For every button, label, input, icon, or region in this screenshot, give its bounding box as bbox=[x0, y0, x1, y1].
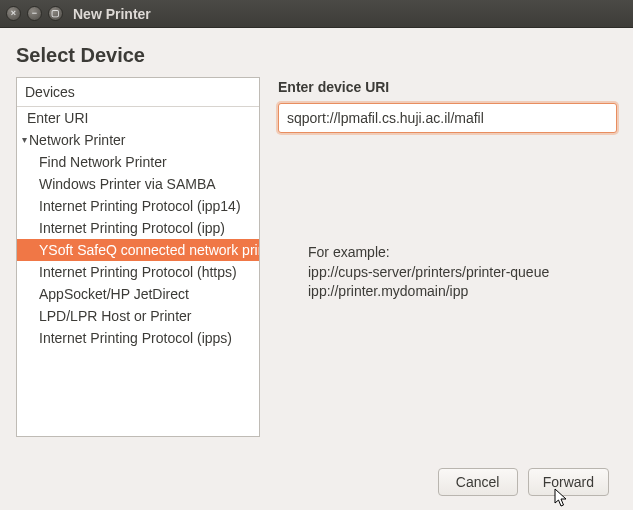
dialog-content: Select Device Devices Enter URI ▾ Networ… bbox=[0, 28, 633, 510]
page-title: Select Device bbox=[16, 44, 617, 67]
device-ipp-https[interactable]: Internet Printing Protocol (https) bbox=[17, 261, 259, 283]
device-uri-input[interactable] bbox=[278, 103, 617, 133]
uri-example-line1: ipp://cups-server/printers/printer-queue bbox=[308, 263, 617, 283]
uri-example-line2: ipp://printer.mydomain/ipp bbox=[308, 282, 617, 302]
titlebar: × − ▢ New Printer bbox=[0, 0, 633, 28]
device-network-printer-group[interactable]: ▾ Network Printer bbox=[17, 129, 259, 151]
devices-box: Devices Enter URI ▾ Network Printer Find… bbox=[16, 77, 260, 437]
device-ysoft-safeq[interactable]: YSoft SafeQ connected network printer bbox=[17, 239, 259, 261]
device-panel: Devices Enter URI ▾ Network Printer Find… bbox=[16, 77, 260, 456]
minimize-icon[interactable]: − bbox=[27, 6, 42, 21]
forward-button[interactable]: Forward bbox=[528, 468, 609, 496]
uri-example-heading: For example: bbox=[308, 243, 617, 263]
device-ipps[interactable]: Internet Printing Protocol (ipps) bbox=[17, 327, 259, 349]
maximize-icon[interactable]: ▢ bbox=[48, 6, 63, 21]
device-enter-uri[interactable]: Enter URI bbox=[17, 107, 259, 129]
uri-label: Enter device URI bbox=[278, 79, 617, 95]
devices-header: Devices bbox=[17, 78, 259, 107]
cancel-button[interactable]: Cancel bbox=[438, 468, 518, 496]
chevron-down-icon: ▾ bbox=[19, 135, 29, 145]
dialog-body: Devices Enter URI ▾ Network Printer Find… bbox=[16, 77, 617, 456]
window-title: New Printer bbox=[73, 6, 151, 22]
dialog-footer: Cancel Forward bbox=[16, 456, 617, 510]
device-find-network-printer[interactable]: Find Network Printer bbox=[17, 151, 259, 173]
uri-panel: Enter device URI For example: ipp://cups… bbox=[278, 77, 617, 456]
device-list[interactable]: Enter URI ▾ Network Printer Find Network… bbox=[17, 107, 259, 436]
close-icon[interactable]: × bbox=[6, 6, 21, 21]
window-buttons: × − ▢ bbox=[6, 6, 63, 21]
device-network-printer-label: Network Printer bbox=[29, 133, 125, 147]
device-ipp14[interactable]: Internet Printing Protocol (ipp14) bbox=[17, 195, 259, 217]
device-windows-samba[interactable]: Windows Printer via SAMBA bbox=[17, 173, 259, 195]
device-ipp[interactable]: Internet Printing Protocol (ipp) bbox=[17, 217, 259, 239]
uri-example: For example: ipp://cups-server/printers/… bbox=[278, 243, 617, 302]
device-appsocket[interactable]: AppSocket/HP JetDirect bbox=[17, 283, 259, 305]
device-lpd[interactable]: LPD/LPR Host or Printer bbox=[17, 305, 259, 327]
